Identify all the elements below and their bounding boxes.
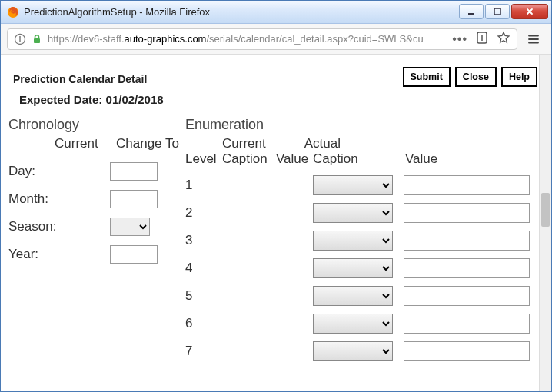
hamburger-menu-button[interactable] xyxy=(522,28,545,50)
address-bar[interactable]: https://dev6-staff.auto-graphics.com/ser… xyxy=(7,28,517,50)
chronology-season-select[interactable] xyxy=(110,218,150,236)
page-title: Prediction Calendar Detail xyxy=(13,73,147,85)
chronology-label: Month: xyxy=(8,191,64,207)
expected-date-value: 01/02/2018 xyxy=(106,93,164,106)
maximize-button[interactable] xyxy=(485,4,510,19)
chronology-row-year: Year: xyxy=(8,241,185,268)
enumeration-actual-value-input[interactable] xyxy=(404,175,530,195)
url-host-pre: dev6-staff. xyxy=(78,33,124,45)
chronology-heading: Chronology xyxy=(8,117,185,133)
close-window-button[interactable] xyxy=(511,4,548,19)
svg-rect-1 xyxy=(468,13,474,15)
chronology-col-changeto: Change To xyxy=(116,136,185,151)
minimize-button[interactable] xyxy=(459,4,484,19)
help-button[interactable]: Help xyxy=(501,67,537,87)
chronology-columns: Current Change To xyxy=(8,136,185,151)
page-actions-icon[interactable]: ••• xyxy=(452,32,467,46)
lock-icon xyxy=(31,33,43,45)
submit-button[interactable]: Submit xyxy=(403,67,451,87)
enumeration-row: 7 xyxy=(185,337,537,365)
enumeration-heading: Enumeration xyxy=(185,117,537,133)
enumeration-row: 3 xyxy=(185,227,537,254)
enumeration-col-level: Level xyxy=(185,151,222,167)
chronology-month-input[interactable] xyxy=(110,190,158,208)
enumeration-actual-value-input[interactable] xyxy=(404,314,530,334)
enumeration-actual-caption-select[interactable] xyxy=(313,258,393,278)
enumeration-level: 7 xyxy=(185,344,222,359)
action-buttons: Submit Close Help xyxy=(403,67,538,87)
enumeration-level: 5 xyxy=(185,288,222,304)
reader-mode-icon[interactable] xyxy=(475,31,489,47)
page-viewport: Prediction Calendar Detail Submit Close … xyxy=(1,55,551,392)
enumeration-row: 1 xyxy=(185,171,537,199)
window-titlebar: PredictionAlgorithmSetup - Mozilla Firef… xyxy=(1,1,551,24)
enumeration-actual-caption-select[interactable] xyxy=(313,341,393,361)
enumeration-actual-value-input[interactable] xyxy=(404,203,530,223)
svg-rect-2 xyxy=(494,8,500,15)
enumeration-col-actual-value: Value xyxy=(405,151,513,167)
window-title: PredictionAlgorithmSetup - Mozilla Firef… xyxy=(24,6,457,18)
svg-point-4 xyxy=(19,36,21,38)
chronology-row-season: Season: xyxy=(8,213,185,241)
enumeration-group-actual: Actual xyxy=(304,136,341,151)
enumeration-row: 4 xyxy=(185,254,537,282)
enumeration-actual-caption-select[interactable] xyxy=(313,286,393,306)
enumeration-actual-caption-select[interactable] xyxy=(313,203,393,223)
enumeration-actual-caption-select[interactable] xyxy=(313,314,393,334)
bookmark-star-icon[interactable] xyxy=(497,31,510,47)
enumeration-row: 5 xyxy=(185,282,537,310)
enumeration-level: 3 xyxy=(185,233,222,248)
chronology-row-month: Month: xyxy=(8,185,185,213)
url-scheme: https:// xyxy=(48,33,78,45)
enumeration-col-actual-caption: Caption xyxy=(313,151,405,167)
expected-date: Expected Date: 01/02/2018 xyxy=(19,93,537,106)
enumeration-row: 6 xyxy=(185,310,537,337)
chronology-label: Day: xyxy=(8,164,64,179)
enumeration-groups: Current Actual xyxy=(185,136,537,151)
svg-rect-6 xyxy=(34,38,40,43)
url-host: auto-graphics.com xyxy=(125,33,207,45)
enumeration-row: 2 xyxy=(185,199,537,227)
enumeration-actual-value-input[interactable] xyxy=(404,231,530,251)
enumeration-columns: Level Caption Value Caption Value xyxy=(185,151,537,167)
window-buttons xyxy=(457,4,548,21)
browser-toolbar: https://dev6-staff.auto-graphics.com/ser… xyxy=(1,24,551,55)
chronology-section: Chronology Current Change To Day: Month: xyxy=(8,117,185,365)
enumeration-actual-value-input[interactable] xyxy=(404,341,530,361)
enumeration-level: 1 xyxy=(185,178,222,193)
enumeration-actual-caption-select[interactable] xyxy=(313,175,393,195)
enumeration-group-current: Current xyxy=(222,136,266,151)
enumeration-level: 4 xyxy=(185,261,222,276)
enumeration-actual-value-input[interactable] xyxy=(404,258,530,278)
enumeration-actual-caption-select[interactable] xyxy=(313,231,393,251)
chronology-col-current: Current xyxy=(55,136,116,151)
enumeration-col-value: Value xyxy=(276,151,313,167)
chronology-label: Season: xyxy=(8,219,64,234)
enumeration-section: Enumeration Current Actual Level Caption… xyxy=(185,117,537,365)
expected-date-label: Expected Date: xyxy=(19,93,102,106)
enumeration-level: 2 xyxy=(185,205,222,221)
firefox-icon xyxy=(7,6,19,18)
vertical-scrollbar[interactable] xyxy=(539,55,551,392)
enumeration-level: 6 xyxy=(185,316,222,331)
enumeration-actual-value-input[interactable] xyxy=(404,286,530,306)
svg-rect-5 xyxy=(19,38,20,42)
chronology-day-input[interactable] xyxy=(110,162,158,181)
url-path: /serials/calendar/cal_detail.aspx?cuid=S… xyxy=(206,33,423,45)
site-info-icon[interactable] xyxy=(14,33,26,45)
address-bar-actions: ••• xyxy=(452,31,510,47)
chronology-label: Year: xyxy=(8,247,64,262)
scrollbar-thumb[interactable] xyxy=(541,193,550,227)
chronology-year-input[interactable] xyxy=(110,245,158,264)
enumeration-col-caption: Caption xyxy=(222,151,276,167)
url-text: https://dev6-staff.auto-graphics.com/ser… xyxy=(48,33,447,45)
close-button[interactable]: Close xyxy=(455,67,497,87)
chronology-row-day: Day: xyxy=(8,158,185,185)
